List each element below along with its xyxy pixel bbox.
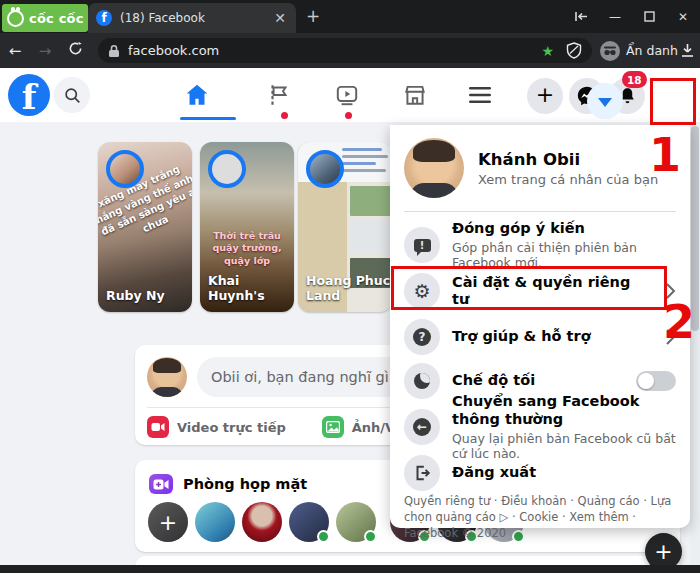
contact-avatar[interactable] [195,502,235,542]
plus-icon: + [536,84,554,106]
menu-item-title: Chế độ tối [452,372,535,389]
menu-footer-links[interactable]: Quyền riêng tư · Điều khoản · Quảng cáo … [404,493,676,541]
annotation-box-2 [391,266,667,310]
minimize-window-icon[interactable]: — [598,0,632,33]
profile-subtitle: Xem trang cá nhân của bạn [478,172,658,187]
lock-icon [108,44,120,58]
incognito-button[interactable]: Ẩn danh [600,38,678,63]
online-dot [364,530,377,543]
story-caption: Thời trẻ trâu quậy trường, quậy lớp [204,230,290,267]
toggle-knob [638,373,654,389]
annotation-number-2: 2 [663,299,695,345]
coc-coc-menu-button[interactable]: cốc cốc [2,4,88,32]
notification-badge: 18 [622,71,647,88]
new-tab-button[interactable]: + [306,6,320,26]
account-menu-button[interactable] [587,83,623,119]
moon-icon [404,363,440,399]
flag-icon [266,82,292,108]
nav-menu-tab[interactable] [452,78,508,112]
story-photo-block [350,186,392,216]
window-controls: — ✕ [564,0,700,33]
storefront-icon [402,82,428,108]
menu-item-feedback[interactable]: ! Đóng góp ý kiến Góp phần cải thiện phi… [396,221,684,269]
search-icon [64,87,81,104]
divider [404,211,676,212]
create-room-avatar[interactable]: + [148,502,188,542]
close-window-icon[interactable]: ✕ [666,0,700,33]
meeting-room-icon [149,474,173,494]
incognito-label: Ẩn danh [626,43,678,58]
story-avatar [208,150,246,188]
create-room-plus-icon: + [148,502,188,542]
hamburger-icon [468,85,492,105]
dock-sidebar-icon[interactable] [564,0,598,33]
contact-avatar[interactable] [289,502,329,542]
url-text: facebook.com [128,43,541,58]
browser-tab-bar: cốc cốc f (18) Facebook ✕ + — ✕ [0,0,700,33]
story-card-khai-huynh[interactable]: Thời trẻ trâu quậy trường, quậy lớp Khai… [200,142,294,312]
screenshot-root: cốc cốc f (18) Facebook ✕ + — ✕ ← → face… [0,0,700,573]
chevron-down-icon [598,98,612,107]
create-button[interactable]: + [527,78,563,114]
watch-icon [334,82,360,108]
home-icon [184,82,210,108]
profile-menu-item[interactable]: Khánh Obii Xem trang cá nhân của bạn [404,137,676,199]
tab-close-icon[interactable]: ✕ [272,10,288,26]
maximize-window-icon[interactable] [632,0,666,33]
story-author-name: Ruby Ny [106,288,165,304]
user-avatar[interactable] [147,357,187,397]
search-button[interactable] [54,77,90,113]
watch-notification-dot [345,112,352,119]
profile-avatar [404,138,464,198]
facebook-logo[interactable]: f [8,74,50,116]
account-dropdown-menu: Khánh Obii Xem trang cá nhân của bạn ! Đ… [390,125,690,528]
contact-avatar[interactable] [336,502,376,542]
logout-icon [404,455,440,491]
profile-name: Khánh Obii [478,150,658,169]
contact-avatar[interactable] [242,502,282,542]
menu-item-help[interactable]: ? Trợ giúp & hỗ trợ [396,317,684,357]
reload-icon[interactable] [60,41,90,60]
online-dot [317,530,330,543]
coc-coc-brand-label: cốc cốc [29,11,84,26]
menu-item-title: Trợ giúp & hỗ trợ [452,328,591,345]
feedback-icon: ! [404,227,440,263]
menu-item-title: Đóng góp ý kiến [452,220,676,237]
menu-item-logout[interactable]: Đăng xuất [396,453,684,493]
forward-icon[interactable]: → [30,42,60,60]
browser-tab-facebook[interactable]: f (18) Facebook ✕ [88,3,296,33]
plus-icon: + [654,539,672,564]
story-card-hoang-phuc-land[interactable]: Hoang Phuc Land [298,142,392,312]
story-card-ruby-ny[interactable]: xăng may trắng nắng vàng thế anh đã sẵn … [98,142,192,312]
annotation-box-1 [650,78,696,125]
nav-home-tab[interactable] [169,78,225,112]
help-icon: ? [404,319,440,355]
menu-item-title: Đăng xuất [452,464,536,481]
story-author-name: Hoang Phuc Land [306,273,392,304]
facebook-favicon-icon: f [96,10,112,26]
back-icon[interactable]: ← [0,42,30,60]
pages-notification-dot [281,112,288,119]
url-field[interactable]: facebook.com ★ [98,38,592,63]
meeting-room-title: Phòng họp mặt [183,476,307,492]
tab-title: (18) Facebook [120,11,264,25]
annotation-number-1: 1 [649,132,681,178]
adblock-shield-icon[interactable] [566,42,582,59]
facebook-header: f + 18 [0,68,700,122]
story-avatar [306,150,344,188]
incognito-avatar-icon [600,41,620,61]
menu-item-switch-classic[interactable]: ← Chuyển sang Facebook thông thường Quay… [396,403,684,451]
download-icon[interactable] [680,43,695,58]
nav-watch-tab[interactable] [319,78,375,112]
story-photo-block [350,220,392,254]
live-video-button[interactable]: Video trực tiếp [147,416,286,438]
bookmark-star-icon[interactable]: ★ [541,43,554,59]
nav-pages-tab[interactable] [251,78,307,112]
dark-mode-toggle[interactable] [636,371,676,391]
coc-coc-logo-icon [7,10,24,27]
menu-item-title: Chuyển sang Facebook thông thường [452,393,676,428]
live-video-icon [147,416,169,438]
story-author-name: Khai Huynh's [208,273,294,304]
nav-marketplace-tab[interactable] [387,78,443,112]
story-avatar [106,150,144,188]
